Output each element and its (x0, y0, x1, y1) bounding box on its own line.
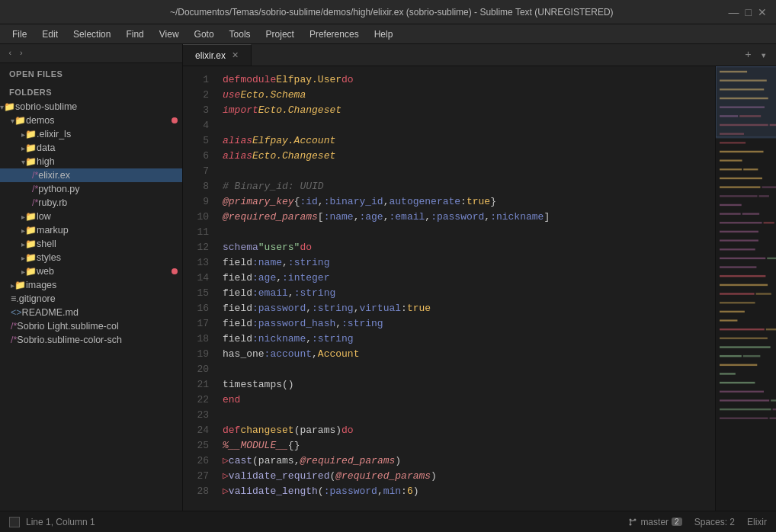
code-line-14: field :age, :integer (223, 271, 715, 286)
language-indicator[interactable]: Elixir (747, 517, 767, 527)
tree-item-high[interactable]: ▾📁high (0, 155, 182, 168)
tab-close-button[interactable]: ✕ (232, 50, 239, 60)
tree-item-label: elixir.ex (38, 170, 182, 181)
new-tab-button[interactable]: + (742, 46, 754, 64)
code-line-21: timestamps() (223, 377, 715, 393)
line-number-20: 20 (183, 362, 209, 377)
nav-back-button[interactable]: ‹ (5, 47, 16, 59)
main-layout: ‹ › OPEN FILES FOLDERS ▾📁sobrio-sublime▾… (0, 44, 776, 511)
tab-overflow-button[interactable]: ▾ (758, 46, 770, 65)
line-number-6: 6 (183, 149, 209, 164)
tree-item-styles[interactable]: ▸📁styles (0, 251, 182, 264)
code-line-1: defmodule Elfpay.User do (223, 72, 715, 88)
tab-elixir-tab[interactable]: elixir.ex✕ (183, 44, 252, 66)
file-ruby-icon: /* (32, 197, 38, 208)
menu-item-tools[interactable]: Tools (223, 27, 257, 41)
code-line-28: ▷ validate_length(:password, min: 6) (223, 484, 715, 499)
modified-dot (172, 117, 178, 123)
maximize-button[interactable]: □ (746, 6, 752, 18)
tree-item-low[interactable]: ▸📁low (0, 210, 182, 223)
status-checkbox-icon[interactable] (9, 517, 20, 527)
tree-item-images[interactable]: ▸📁images (0, 278, 182, 292)
nav-forward-button[interactable]: › (16, 47, 27, 59)
close-button[interactable]: ✕ (758, 6, 767, 18)
open-files-header: OPEN FILES (0, 63, 182, 82)
menu-item-selection[interactable]: Selection (67, 27, 117, 41)
line-number-12: 12 (183, 240, 209, 255)
folder-icon: 📁 (4, 101, 15, 112)
tree-item-elixir-ex[interactable]: /* elixir.ex (0, 168, 182, 182)
tree-item-label: styles (37, 252, 182, 263)
menu-item-view[interactable]: View (153, 27, 185, 41)
folder-icon: 📁 (25, 239, 37, 249)
line-number-4: 4 (183, 118, 209, 133)
code-line-7 (223, 164, 715, 179)
line-number-21: 21 (183, 377, 209, 393)
menu-item-file[interactable]: File (6, 27, 33, 41)
tab-bar: elixir.ex✕ + ▾ (183, 44, 776, 66)
line-numbers: 1234567891011121314151617181920212223242… (183, 66, 216, 511)
line-number-19: 19 (183, 347, 209, 362)
menu-item-project[interactable]: Project (260, 27, 300, 41)
git-branch[interactable]: master 2 (628, 517, 681, 527)
code-editor[interactable]: defmodule Elfpay.User do use Ecto.Schema… (216, 66, 715, 511)
tree-item-web[interactable]: ▸📁web (0, 264, 182, 278)
menu-item-preferences[interactable]: Preferences (303, 27, 365, 41)
tree-item--gitignore[interactable]: ≡ .gitignore (0, 292, 182, 306)
title-bar: ~/Documentos/Temas/sobrio-sublime/demos/… (0, 0, 776, 24)
tree-item-elixir-ls[interactable]: ▸📁.elixir_ls (0, 127, 182, 141)
menu-item-edit[interactable]: Edit (36, 27, 64, 41)
tree-item-sobrio-sublime[interactable]: ▾📁sobrio-sublime (0, 100, 182, 114)
file-gitignore-icon: ≡ (11, 293, 16, 304)
folder-icon: 📁 (25, 143, 37, 153)
line-number-22: 22 (183, 393, 209, 408)
menu-item-goto[interactable]: Goto (188, 27, 220, 41)
folders-header: FOLDERS (0, 82, 182, 100)
file-md-icon: <> (11, 307, 22, 318)
line-number-2: 2 (183, 88, 209, 103)
tree-item-shell[interactable]: ▸📁shell (0, 237, 182, 251)
line-number-8: 8 (183, 179, 209, 194)
tree-item-label: sobrio-sublime (15, 101, 182, 112)
tree-item-markup[interactable]: ▸📁markup (0, 223, 182, 237)
code-line-4 (223, 118, 715, 133)
tree-item-label: Sobrio Light.sublime-col (17, 321, 182, 332)
line-number-28: 28 (183, 484, 209, 499)
tree-item-ruby-rb[interactable]: /* ruby.rb (0, 196, 182, 210)
file-python-icon: /* (32, 184, 38, 194)
spaces-setting[interactable]: Spaces: 2 (694, 517, 735, 527)
tab-actions: + ▾ (742, 46, 776, 65)
code-line-19: has_one :account, Account (223, 347, 715, 362)
tree-item-label: high (37, 156, 182, 167)
tree-item-label: data (37, 143, 182, 153)
tree-item-Sobrio-sublime-color-sch[interactable]: /* Sobrio.sublime-color-sch (0, 333, 182, 347)
tree-item-README-md[interactable]: <> README.md (0, 306, 182, 319)
status-bar: Line 1, Column 1 master 2 Spaces: 2 Elix… (0, 511, 776, 532)
tree-item-python-py[interactable]: /* python.py (0, 182, 182, 196)
tree-item-Sobrio-Light-sublime-col[interactable]: /* Sobrio Light.sublime-col (0, 319, 182, 333)
menu-item-help[interactable]: Help (368, 27, 399, 41)
minimize-button[interactable]: — (729, 6, 739, 18)
code-line-10: @required_params [:name, :age, :email, :… (223, 210, 715, 225)
minimap-canvas (716, 66, 776, 511)
line-number-9: 9 (183, 194, 209, 210)
code-line-22: end (223, 393, 715, 408)
code-line-8: # Binary_id: UUID (223, 179, 715, 194)
file-sublime-icon: /* (11, 321, 17, 332)
line-number-24: 24 (183, 423, 209, 438)
tree-item-label: Sobrio.sublime-color-sch (17, 335, 182, 345)
code-line-25: %__MODULE__{} (223, 438, 715, 453)
line-number-17: 17 (183, 316, 209, 332)
tree-item-data[interactable]: ▸📁data (0, 141, 182, 155)
line-number-26: 26 (183, 453, 209, 469)
code-line-27: ▷ validate_required(@required_params) (223, 469, 715, 484)
code-line-13: field :name, :string (223, 255, 715, 271)
tree-item-demos[interactable]: ▾📁demos (0, 114, 182, 127)
menu-item-find[interactable]: Find (120, 27, 149, 41)
tree-item-label: web (37, 266, 172, 277)
line-number-15: 15 (183, 286, 209, 301)
code-line-17: field :password_hash, :string (223, 316, 715, 332)
git-icon (628, 518, 637, 527)
line-number-23: 23 (183, 408, 209, 423)
editor-container: elixir.ex✕ + ▾ 1234567891011121314151617… (183, 44, 776, 511)
